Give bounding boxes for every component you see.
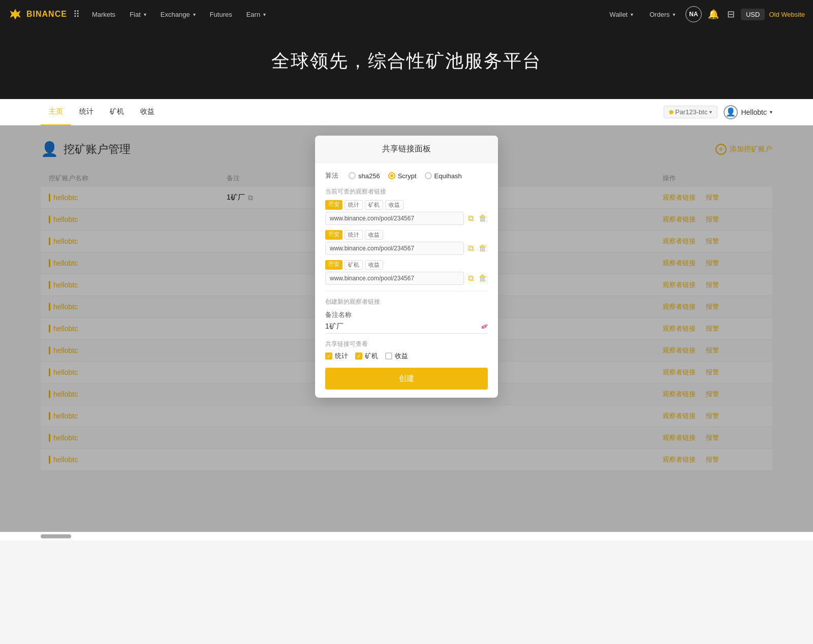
algorithm-section: 算法 sha256 Scrypt Equihash <box>325 171 488 180</box>
radio-equihash-circle <box>425 172 432 179</box>
checkbox-stats[interactable]: 统计 <box>325 351 348 361</box>
qr-code-icon[interactable]: ⊟ <box>725 7 737 22</box>
account-status-dot <box>669 110 673 114</box>
copy-link-btn-1[interactable]: ⧉ <box>467 213 475 224</box>
link-row-1: 币安 统计 矿机 收益 ⧉ 🗑 <box>325 200 488 225</box>
tag-miners-1: 矿机 <box>365 200 383 210</box>
checkbox-earnings-label: 收益 <box>395 351 408 361</box>
checkbox-earnings-box <box>385 352 392 360</box>
link-url-input-3[interactable] <box>325 272 464 285</box>
share-view-label: 共享链接可查看 <box>325 340 488 348</box>
scroll-bar-area <box>0 532 813 540</box>
currency-selector[interactable]: USD <box>741 9 765 20</box>
sec-nav-earnings[interactable]: 收益 <box>132 99 163 125</box>
main-content: 👤 挖矿账户管理 + 添加挖矿账户 挖矿账户名称 备注 操作 hellobtc … <box>0 125 813 532</box>
sec-nav-stats[interactable]: 统计 <box>71 99 102 125</box>
hero-section: 全球领先，综合性矿池服务平台 <box>0 28 813 99</box>
checkbox-row: 统计 矿机 收益 <box>325 351 488 361</box>
copy-link-btn-3[interactable]: ⧉ <box>467 273 475 284</box>
tag-binance-2: 币安 <box>325 230 342 240</box>
user-avatar-secondary: 👤 <box>724 105 738 119</box>
nav-right-area: Wallet ▾ Orders ▾ NA 🔔 ⊟ USD Old Website <box>604 0 805 28</box>
tag-earnings-2: 收益 <box>365 230 383 240</box>
link-input-row-2: ⧉ 🗑 <box>325 242 488 255</box>
grid-menu-icon[interactable]: ⠿ <box>73 9 80 20</box>
radio-sha256-label: sha256 <box>358 172 380 180</box>
nav-fiat[interactable]: Fiat ▾ <box>123 0 152 28</box>
algo-label: 算法 <box>325 171 338 180</box>
create-link-section: 创建新的观察者链接 备注名称 ✏ 共享链接可查看 统计 <box>325 298 488 361</box>
radio-sha256-circle <box>349 172 356 179</box>
logo-text: BINANCE <box>26 10 67 19</box>
remark-name-input[interactable] <box>325 323 481 331</box>
tag-stats-2: 统计 <box>345 230 363 240</box>
tag-miners-3: 矿机 <box>345 260 363 270</box>
nav-earn[interactable]: Earn ▾ <box>240 0 272 28</box>
nav-orders[interactable]: Orders ▾ <box>643 0 681 28</box>
tag-earnings-3: 收益 <box>365 260 383 270</box>
delete-link-btn-3[interactable]: 🗑 <box>478 273 488 284</box>
notification-bell-icon[interactable]: 🔔 <box>706 7 721 22</box>
checkbox-stats-label: 统计 <box>335 351 348 361</box>
link-url-input-2[interactable] <box>325 242 464 255</box>
modal-title: 共享链接面板 <box>315 136 498 163</box>
checkbox-miners-box <box>355 352 362 360</box>
radio-sha256[interactable]: sha256 <box>349 172 380 180</box>
tag-stats-1: 统计 <box>345 200 363 210</box>
delete-link-btn-2[interactable]: 🗑 <box>478 243 488 254</box>
tag-binance-1: 币安 <box>325 200 342 210</box>
orders-chevron-icon: ▾ <box>673 12 675 17</box>
wallet-chevron-icon: ▾ <box>631 12 633 17</box>
sec-nav-home[interactable]: 主页 <box>41 99 71 125</box>
checkbox-earnings[interactable]: 收益 <box>385 351 408 361</box>
svg-marker-0 <box>10 9 21 20</box>
hero-title: 全球领先，综合性矿池服务平台 <box>0 49 813 74</box>
exchange-chevron-icon: ▾ <box>193 12 196 17</box>
horizontal-scrollbar-thumb[interactable] <box>41 534 71 538</box>
link-url-input-1[interactable] <box>325 212 464 225</box>
old-website-link[interactable]: Old Website <box>769 11 805 18</box>
share-link-modal: 共享链接面板 算法 sha256 Scrypt <box>315 136 498 398</box>
delete-link-btn-1[interactable]: 🗑 <box>478 213 488 224</box>
link-row-2: 币安 统计 收益 ⧉ 🗑 <box>325 230 488 255</box>
remark-name-input-row: ✏ <box>325 321 488 334</box>
modal-body: 算法 sha256 Scrypt Equihash <box>315 163 498 398</box>
radio-equihash-label: Equihash <box>434 172 462 180</box>
modal-overlay: 共享链接面板 算法 sha256 Scrypt <box>0 125 813 532</box>
fiat-chevron-icon: ▾ <box>144 12 146 17</box>
radio-equihash[interactable]: Equihash <box>425 172 462 180</box>
logo[interactable]: BINANCE <box>8 7 67 21</box>
copy-link-btn-2[interactable]: ⧉ <box>467 243 475 254</box>
radio-scrypt[interactable]: Scrypt <box>388 172 417 180</box>
link-input-row-3: ⧉ 🗑 <box>325 272 488 285</box>
pencil-edit-icon: ✏ <box>479 320 490 332</box>
tag-binance-3: 币安 <box>325 260 342 270</box>
link-input-row-1: ⧉ 🗑 <box>325 212 488 225</box>
user-account-dropdown[interactable]: 👤 Hellobtc ▾ <box>724 105 772 119</box>
radio-scrypt-circle <box>388 172 395 179</box>
account-selector: Par123-btc ▾ 👤 Hellobtc ▾ <box>664 105 772 119</box>
checkbox-stats-box <box>325 352 332 360</box>
link-row-3: 币安 矿机 收益 ⧉ 🗑 <box>325 260 488 285</box>
nav-markets[interactable]: Markets <box>86 0 121 28</box>
user-chevron-icon: ▾ <box>770 109 772 115</box>
par-account-dropdown[interactable]: Par123-btc ▾ <box>664 106 718 118</box>
create-link-button[interactable]: 创建 <box>325 368 488 390</box>
nav-exchange[interactable]: Exchange ▾ <box>154 0 202 28</box>
link-tags-2: 币安 统计 收益 <box>325 230 488 240</box>
link-tags-3: 币安 矿机 收益 <box>325 260 488 270</box>
link-tags-1: 币安 统计 矿机 收益 <box>325 200 488 210</box>
radio-scrypt-label: Scrypt <box>398 172 417 180</box>
nav-futures[interactable]: Futures <box>204 0 238 28</box>
checkbox-miners[interactable]: 矿机 <box>355 351 378 361</box>
user-avatar[interactable]: NA <box>685 6 702 22</box>
par-chevron-icon: ▾ <box>709 109 712 115</box>
nav-wallet[interactable]: Wallet ▾ <box>604 0 640 28</box>
create-label: 创建新的观察者链接 <box>325 298 488 306</box>
tag-earnings-1: 收益 <box>385 200 403 210</box>
current-links-label: 当前可查的观察者链接 <box>325 187 488 196</box>
secondary-navigation: 主页 统计 矿机 收益 Par123-btc ▾ 👤 Hellobtc ▾ <box>0 99 813 125</box>
top-navigation: BINANCE ⠿ Markets Fiat ▾ Exchange ▾ Futu… <box>0 0 813 28</box>
remark-field-label: 备注名称 <box>325 310 488 319</box>
sec-nav-miners[interactable]: 矿机 <box>102 99 132 125</box>
